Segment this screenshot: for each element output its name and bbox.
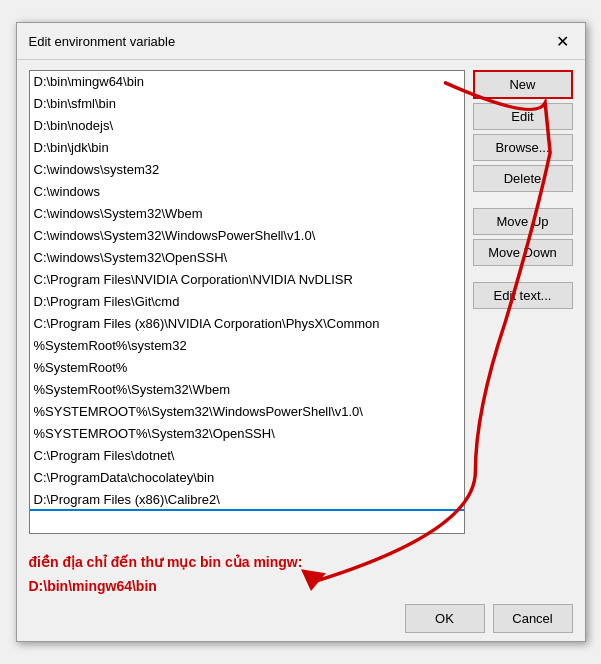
list-item[interactable]: D:\Program Files (x86)\Calibre2\	[30, 489, 464, 511]
env-var-list[interactable]: D:\bin\mingw64\binD:\bin\sfml\binD:\bin\…	[29, 70, 465, 534]
buttons-panel: New Edit Browse... Delete Move Up Move D…	[473, 70, 573, 534]
list-item[interactable]	[30, 511, 464, 533]
list-item[interactable]: %SYSTEMROOT%\System32\OpenSSH\	[30, 423, 464, 445]
title-bar: Edit environment variable ✕	[17, 23, 585, 60]
list-item[interactable]: C:\Program Files (x86)\NVIDIA Corporatio…	[30, 313, 464, 335]
dialog-footer: điền địa chỉ đến thư mục bin của mingw: …	[17, 544, 585, 641]
delete-button[interactable]: Delete	[473, 165, 573, 192]
move-up-button[interactable]: Move Up	[473, 208, 573, 235]
list-container: D:\bin\mingw64\binD:\bin\sfml\binD:\bin\…	[29, 70, 465, 534]
move-down-button[interactable]: Move Down	[473, 239, 573, 266]
edit-button[interactable]: Edit	[473, 103, 573, 130]
list-item[interactable]: C:\Program Files\NVIDIA Corporation\NVID…	[30, 269, 464, 291]
new-button[interactable]: New	[473, 70, 573, 99]
list-item[interactable]: D:\bin\sfml\bin	[30, 93, 464, 115]
ok-button[interactable]: OK	[405, 604, 485, 633]
cancel-button[interactable]: Cancel	[493, 604, 573, 633]
list-item[interactable]: %SystemRoot%\System32\Wbem	[30, 379, 464, 401]
close-button[interactable]: ✕	[553, 31, 573, 51]
list-item[interactable]: C:\windows\system32	[30, 159, 464, 181]
list-item[interactable]: C:\ProgramData\chocolatey\bin	[30, 467, 464, 489]
list-item[interactable]: C:\windows\System32\OpenSSH\	[30, 247, 464, 269]
list-item[interactable]: D:\bin\mingw64\bin	[30, 71, 464, 93]
list-item[interactable]: C:\windows	[30, 181, 464, 203]
dialog-body: D:\bin\mingw64\binD:\bin\sfml\binD:\bin\…	[17, 60, 585, 544]
edit-text-button[interactable]: Edit text...	[473, 282, 573, 309]
spacer2	[473, 270, 573, 278]
list-item[interactable]: %SystemRoot%	[30, 357, 464, 379]
list-item[interactable]: D:\Program Files\Git\cmd	[30, 291, 464, 313]
list-item[interactable]: D:\bin\nodejs\	[30, 115, 464, 137]
list-item[interactable]: %SYSTEMROOT%\System32\WindowsPowerShell\…	[30, 401, 464, 423]
browse-button[interactable]: Browse...	[473, 134, 573, 161]
annotation-line1: điền địa chỉ đến thư mục bin của mingw:	[29, 552, 573, 572]
list-item[interactable]: C:\windows\System32\Wbem	[30, 203, 464, 225]
edit-env-var-dialog: Edit environment variable ✕ D:\bin\mingw…	[16, 22, 586, 642]
dialog-title: Edit environment variable	[29, 34, 176, 49]
list-item[interactable]: C:\windows\System32\WindowsPowerShell\v1…	[30, 225, 464, 247]
list-item[interactable]: D:\bin\jdk\bin	[30, 137, 464, 159]
footer-buttons: OK Cancel	[29, 604, 573, 633]
list-item[interactable]: C:\Program Files\dotnet\	[30, 445, 464, 467]
list-item[interactable]: %SystemRoot%\system32	[30, 335, 464, 357]
list-item-input[interactable]	[30, 511, 464, 533]
annotation-line2: D:\bin\mingw64\bin	[29, 576, 573, 596]
spacer1	[473, 196, 573, 204]
